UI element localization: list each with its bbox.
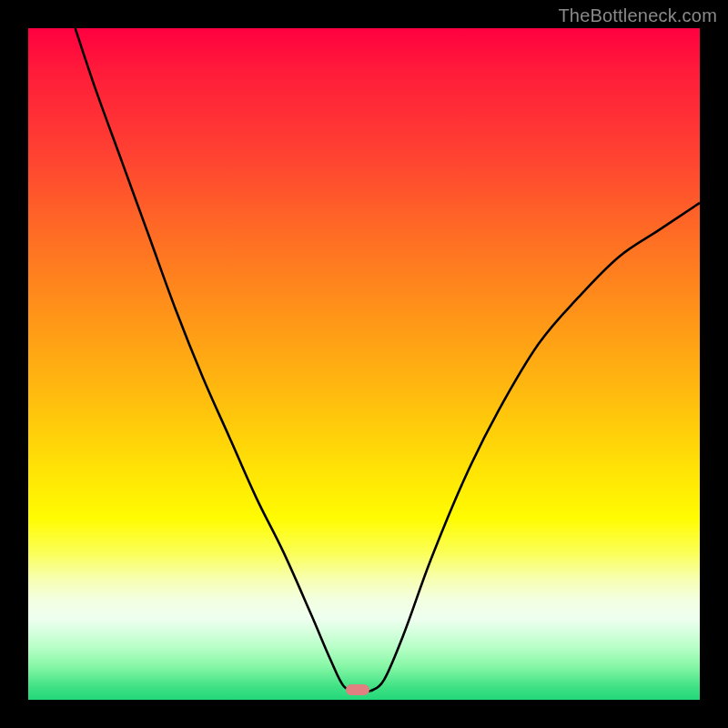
plot-area (28, 28, 700, 700)
curve-left-branch (76, 28, 358, 691)
chart-frame: TheBottleneck.com (0, 0, 728, 728)
bottleneck-curve (28, 28, 700, 700)
curve-right-branch (370, 203, 700, 692)
vertex-marker (346, 684, 369, 695)
watermark-text: TheBottleneck.com (558, 5, 717, 26)
